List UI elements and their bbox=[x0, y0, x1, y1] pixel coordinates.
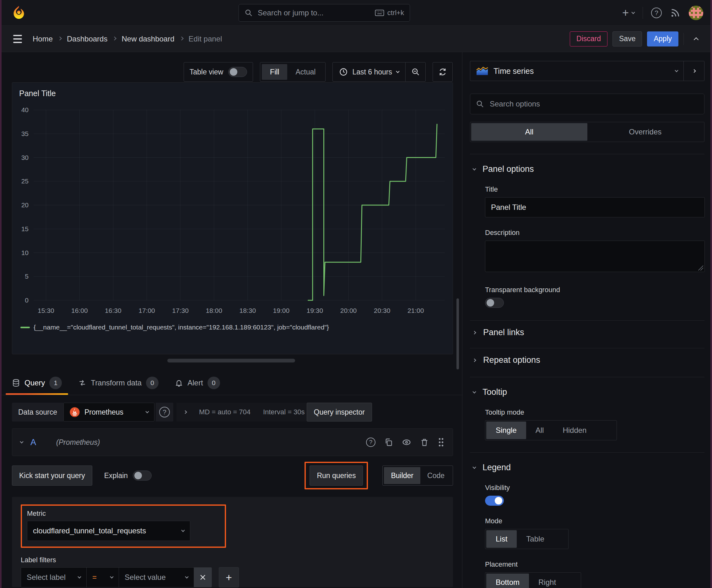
scrollbar-thumb[interactable] bbox=[456, 298, 459, 370]
explain-label: Explain bbox=[104, 471, 128, 480]
code-option[interactable]: Code bbox=[420, 467, 451, 484]
max-data-points: MD = auto = 704 bbox=[199, 408, 251, 416]
query-editor: A (Prometheus) ? bbox=[12, 428, 453, 587]
datasource-picker[interactable]: Prometheus bbox=[63, 403, 154, 422]
grafana-logo-icon[interactable] bbox=[11, 5, 26, 20]
panel-title-input[interactable] bbox=[485, 197, 705, 217]
metric-value: cloudflared_tunnel_total_requests bbox=[33, 526, 146, 535]
resize-grip-icon[interactable] bbox=[698, 266, 703, 270]
legend-header[interactable]: Legend bbox=[470, 463, 705, 472]
collapse-header-button[interactable] bbox=[689, 36, 703, 41]
visualization-select[interactable]: Time series bbox=[470, 66, 684, 76]
add-filter-button[interactable]: + bbox=[219, 567, 239, 587]
options-search[interactable] bbox=[470, 93, 705, 114]
series-color-marker[interactable] bbox=[20, 327, 30, 328]
new-button[interactable]: + bbox=[622, 7, 634, 19]
panel-links-label: Panel links bbox=[483, 328, 524, 337]
query-row-header[interactable]: A (Prometheus) ? bbox=[12, 428, 453, 456]
duplicate-icon[interactable] bbox=[384, 438, 393, 447]
datasource-help-button[interactable]: ? bbox=[156, 403, 173, 422]
tooltip-mode-hidden[interactable]: Hidden bbox=[553, 422, 596, 439]
builder-code-switch: Builder Code bbox=[382, 465, 453, 486]
tab-query[interactable]: Query 1 bbox=[12, 377, 62, 395]
bottom-pane-tabs: Query 1 Transform data 0 bbox=[0, 362, 462, 395]
tooltip-mode-all[interactable]: All bbox=[526, 422, 554, 439]
zoom-out-time-button[interactable] bbox=[405, 63, 425, 81]
plus-icon: + bbox=[622, 7, 629, 19]
transparent-background-toggle[interactable] bbox=[485, 298, 504, 308]
plus-icon: + bbox=[226, 571, 232, 584]
table-view-control: Table view bbox=[184, 62, 253, 82]
tooltip-header[interactable]: Tooltip bbox=[470, 387, 705, 397]
kick-start-button[interactable]: Kick start your query bbox=[12, 465, 92, 486]
query-inspector-button[interactable]: Query inspector bbox=[307, 403, 372, 422]
metric-annotation-box: Metric cloudflared_tunnel_total_requests bbox=[21, 504, 226, 548]
time-series-chart[interactable]: 15:3016:0016:3017:0017:3018:0018:3019:00… bbox=[17, 102, 447, 322]
run-queries-button[interactable]: Run queries bbox=[309, 465, 363, 486]
panel-links-row[interactable]: Panel links bbox=[470, 320, 705, 337]
trash-icon[interactable] bbox=[420, 438, 429, 447]
rss-icon bbox=[670, 7, 681, 18]
menu-toggle-button[interactable] bbox=[13, 35, 22, 43]
tooltip-mode-single[interactable]: Single bbox=[486, 422, 526, 439]
collapse-query-icon[interactable] bbox=[20, 440, 23, 443]
tab-alert[interactable]: Alert 0 bbox=[175, 377, 220, 395]
body: Table view Fill Actual Last 6 hours bbox=[0, 52, 712, 588]
options-tab-overrides[interactable]: Overrides bbox=[587, 123, 704, 141]
hide-response-eye-icon[interactable] bbox=[402, 438, 411, 447]
metric-label: Metric bbox=[27, 509, 190, 518]
query-help-icon[interactable]: ? bbox=[366, 438, 375, 447]
save-button[interactable]: Save bbox=[612, 31, 642, 46]
help-button[interactable]: ? bbox=[651, 7, 662, 18]
breadcrumb-new-dashboard[interactable]: New dashboard bbox=[122, 35, 174, 43]
global-search-input[interactable] bbox=[257, 8, 370, 18]
series-legend-label[interactable]: {__name__="cloudflared_tunnel_total_requ… bbox=[34, 323, 329, 331]
remove-filter-button[interactable] bbox=[194, 567, 212, 587]
description-textarea[interactable] bbox=[485, 240, 705, 272]
window-edge-left bbox=[0, 0, 2, 588]
actual-option[interactable]: Actual bbox=[287, 64, 324, 80]
fill-option[interactable]: Fill bbox=[262, 64, 287, 80]
options-search-input[interactable] bbox=[489, 99, 698, 109]
legend-visibility-toggle[interactable] bbox=[485, 496, 504, 506]
refresh-button[interactable] bbox=[433, 62, 453, 82]
placement-bottom[interactable]: Bottom bbox=[486, 573, 529, 588]
avatar[interactable] bbox=[689, 6, 703, 20]
select-value-dropdown[interactable]: Select value bbox=[118, 567, 194, 587]
news-button[interactable] bbox=[670, 7, 681, 18]
operator-dropdown[interactable]: = bbox=[86, 567, 119, 587]
metric-select[interactable]: cloudflared_tunnel_total_requests bbox=[27, 521, 190, 541]
legend-mode-table[interactable]: Table bbox=[517, 530, 554, 548]
tab-transform-data[interactable]: Transform data 0 bbox=[78, 377, 158, 395]
chevron-down-icon bbox=[473, 167, 476, 170]
panel-options-header[interactable]: Panel options bbox=[470, 164, 705, 174]
legend-mode-list[interactable]: List bbox=[486, 530, 517, 548]
query-options-summary[interactable]: MD = auto = 704 Interval = 30s bbox=[176, 403, 308, 422]
tooltip-section: Tooltip Tooltip mode Single All Hidden bbox=[470, 377, 705, 440]
svg-text:17:30: 17:30 bbox=[172, 307, 189, 314]
breadcrumb-home[interactable]: Home bbox=[33, 35, 53, 43]
top-bar: ctrl+k + ? bbox=[0, 0, 712, 26]
svg-text:35: 35 bbox=[21, 130, 28, 137]
explain-toggle[interactable] bbox=[133, 470, 152, 481]
options-tab-all[interactable]: All bbox=[471, 123, 587, 141]
builder-option[interactable]: Builder bbox=[384, 467, 420, 484]
chevron-down-icon bbox=[473, 390, 476, 393]
toggle-viz-picker-button[interactable] bbox=[684, 61, 704, 81]
panel-options-pane: Time series All Overrides bbox=[462, 52, 712, 588]
table-view-toggle[interactable] bbox=[228, 67, 247, 77]
select-label-placeholder: Select label bbox=[27, 573, 66, 582]
drag-handle-icon[interactable] bbox=[438, 438, 445, 447]
apply-button[interactable]: Apply bbox=[647, 31, 678, 46]
resize-handle[interactable] bbox=[167, 359, 295, 362]
time-range-button[interactable]: Last 6 hours bbox=[333, 63, 405, 81]
breadcrumb-dashboards[interactable]: Dashboards bbox=[67, 35, 107, 43]
chevron-down-icon bbox=[396, 69, 399, 73]
select-label-dropdown[interactable]: Select label bbox=[21, 567, 87, 587]
discard-button[interactable]: Discard bbox=[570, 31, 607, 46]
placement-right[interactable]: Right bbox=[529, 573, 565, 588]
global-search[interactable]: ctrl+k bbox=[239, 4, 410, 22]
repeat-options-row[interactable]: Repeat options bbox=[470, 348, 705, 365]
edit-actions: Discard Save Apply bbox=[570, 31, 703, 46]
chevron-right-icon bbox=[179, 37, 184, 41]
